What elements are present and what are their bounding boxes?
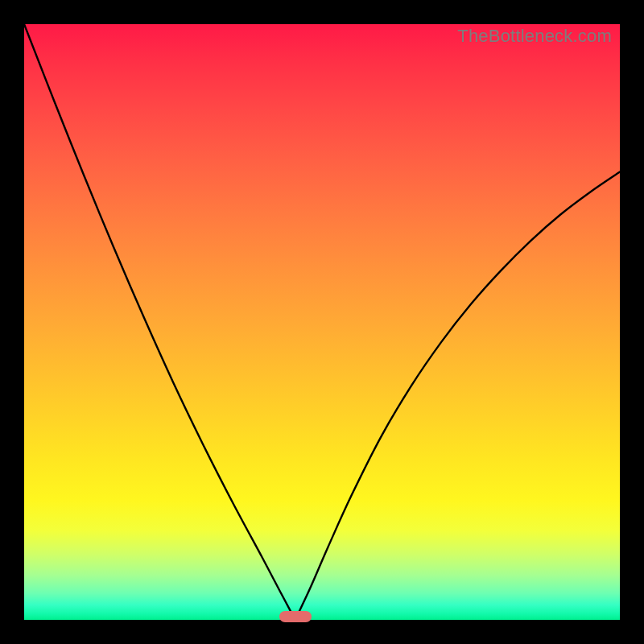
plot-area: TheBottleneck.com: [24, 24, 620, 620]
chart-frame: TheBottleneck.com: [0, 0, 644, 644]
bottleneck-curve: [24, 24, 620, 620]
curve-right-branch: [295, 172, 620, 620]
minimum-marker: [279, 611, 312, 622]
curve-left-branch: [24, 24, 295, 620]
